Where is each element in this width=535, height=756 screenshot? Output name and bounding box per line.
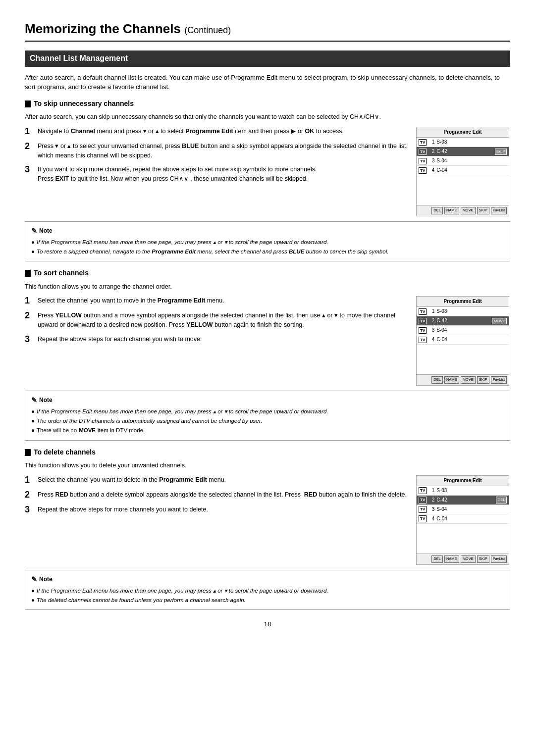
prog-edit-footer: DEL NAME MOVE SKIP FavList: [417, 374, 509, 385]
skip-steps-container: 1 Navigate to Channel menu and press ▾ o…: [25, 127, 510, 216]
step-content: Press YELLOW button and a move symbol ap…: [38, 311, 408, 330]
prog-edit-row: TV 4 C-04: [417, 514, 509, 524]
delete-step-3: 3 Repeat the above steps for more channe…: [25, 505, 408, 515]
step-number: 2: [25, 142, 34, 160]
tv-badge: TV: [419, 318, 427, 324]
prog-edit-row: TV 3 S-04: [417, 326, 509, 335]
step-number: 3: [25, 165, 34, 184]
sort-step-3: 3 Repeat the above steps for each channe…: [25, 335, 408, 345]
step-content: Press ▾ or ▴ to select your unwanted cha…: [38, 142, 408, 160]
sort-intro: This function allows you to arrange the …: [25, 282, 510, 292]
sort-note-box: Note If the Programme Edit menu has more…: [25, 391, 510, 441]
step-number: 2: [25, 490, 34, 500]
sort-step-2: 2 Press YELLOW button and a move symbol …: [25, 311, 408, 330]
prog-edit-title: Programme Edit: [417, 297, 509, 307]
prog-edit-row: TV 3 S-04: [417, 505, 509, 514]
prog-edit-row: TV 1 S-03: [417, 486, 509, 496]
step-number: 3: [25, 335, 34, 345]
step-content: Repeat the above steps for each channel …: [38, 335, 408, 345]
prog-edit-row: TV 2 C-42 DEL: [417, 496, 509, 505]
note-title: Note: [31, 395, 504, 405]
tv-badge: TV: [419, 506, 427, 512]
prog-edit-row: TV 4 C-04: [417, 166, 509, 175]
skip-step-2: 2 Press ▾ or ▴ to select your unwanted c…: [25, 142, 408, 160]
step-content: Repeat the above steps for more channels…: [38, 505, 408, 515]
note-item: If the Programme Edit menu has more than…: [31, 407, 504, 416]
section-header: Channel List Management: [25, 50, 510, 66]
prog-edit-title: Programme Edit: [417, 476, 509, 486]
skip-step-1: 1 Navigate to Channel menu and press ▾ o…: [25, 127, 408, 137]
delete-section: To delete channels This function allows …: [25, 448, 510, 610]
ch-tag-move: MOVE: [492, 318, 507, 324]
prog-edit-row: TV 1 S-03: [417, 307, 509, 316]
note-title: Note: [31, 226, 504, 236]
note-item: If the Programme Edit menu has more than…: [31, 238, 504, 247]
main-title: Memorizing the Channels (Continued): [25, 20, 510, 42]
delete-step-1: 1 Select the channel you want to delete …: [25, 475, 408, 485]
prog-edit-row: TV 4 C-04: [417, 335, 509, 345]
sort-section: To sort channels This function allows yo…: [25, 268, 510, 441]
sort-steps-left: 1 Select the channel you want to move in…: [25, 296, 408, 386]
prog-edit-footer: DEL NAME MOVE SKIP FavList: [417, 554, 509, 564]
skip-section: To skip unnecessary channels After auto …: [25, 99, 510, 261]
delete-steps-left: 1 Select the channel you want to delete …: [25, 475, 408, 565]
step-content: Select the channel you want to move in t…: [38, 296, 408, 306]
note-title: Note: [31, 574, 504, 585]
tv-badge: TV: [419, 308, 427, 315]
skip-step-3: 3 If you want to skip more channels, rep…: [25, 165, 408, 184]
delete-title: To delete channels: [25, 448, 510, 457]
ch-tag-skip: SKIP: [495, 149, 507, 155]
title-continued: (Continued): [184, 25, 231, 35]
tv-badge: TV: [419, 487, 427, 494]
ch-tag-del: DEL: [496, 497, 507, 503]
step-number: 1: [25, 296, 34, 306]
prog-edit-row: TV 3 S-04: [417, 156, 509, 166]
tv-badge: TV: [419, 497, 427, 503]
sort-steps-container: 1 Select the channel you want to move in…: [25, 296, 510, 386]
skip-intro: After auto search, you can skip unnecess…: [25, 112, 510, 122]
tv-badge: TV: [419, 167, 427, 174]
delete-prog-edit: Programme Edit TV 1 S-03 TV 2 C-42 DEL T…: [416, 475, 510, 565]
note-item: There will be no MOVE item in DTV mode.: [31, 426, 504, 435]
prog-edit-row: TV 1 S-03: [417, 138, 509, 147]
skip-title: To skip unnecessary channels: [25, 99, 510, 109]
step-number: 3: [25, 505, 34, 515]
note-item: If the Programme Edit menu has more than…: [31, 587, 504, 595]
note-item: The deleted channels cannot be found unl…: [31, 596, 504, 605]
delete-note-box: Note If the Programme Edit menu has more…: [25, 570, 510, 610]
step-number: 1: [25, 127, 34, 137]
sort-prog-edit: Programme Edit TV 1 S-03 TV 2 C-42 MOVE …: [416, 296, 510, 386]
tv-badge: TV: [419, 139, 427, 146]
skip-note-box: Note If the Programme Edit menu has more…: [25, 221, 510, 262]
tv-badge: TV: [419, 158, 427, 164]
step-number: 1: [25, 475, 34, 485]
prog-edit-row: TV 2 C-42 MOVE: [417, 316, 509, 326]
page-number: 18: [25, 620, 510, 629]
delete-steps-container: 1 Select the channel you want to delete …: [25, 475, 510, 565]
sort-step-1: 1 Select the channel you want to move in…: [25, 296, 408, 306]
delete-intro: This function allows you to delete your …: [25, 461, 510, 470]
note-item: To restore a skipped channel, navigate t…: [31, 248, 504, 256]
skip-prog-edit: Programme Edit TV 1 S-03 TV 2 C-42 SKIP …: [416, 127, 510, 216]
prog-edit-row: TV 2 C-42 SKIP: [417, 147, 509, 156]
note-item: The order of the DTV channels is automat…: [31, 417, 504, 425]
step-content: Navigate to Channel menu and press ▾ or …: [38, 127, 408, 137]
sort-title: To sort channels: [25, 268, 510, 278]
prog-edit-title: Programme Edit: [417, 127, 509, 138]
tv-badge: TV: [419, 515, 427, 522]
step-content: Select the channel you want to delete in…: [38, 475, 408, 485]
skip-steps-left: 1 Navigate to Channel menu and press ▾ o…: [25, 127, 408, 216]
title-text: Memorizing the Channels: [25, 21, 181, 36]
delete-step-2: 2 Press RED button and a delete symbol a…: [25, 490, 408, 500]
step-number: 2: [25, 311, 34, 330]
tv-badge: TV: [419, 149, 427, 155]
step-content: If you want to skip more channels, repea…: [38, 165, 408, 184]
step-content: Press RED button and a delete symbol app…: [38, 490, 408, 500]
tv-badge: TV: [419, 337, 427, 343]
intro-paragraph: After auto search, a default channel lis…: [25, 73, 510, 92]
tv-badge: TV: [419, 327, 427, 334]
prog-edit-footer: DEL NAME MOVE SKIP FavList: [417, 205, 509, 216]
